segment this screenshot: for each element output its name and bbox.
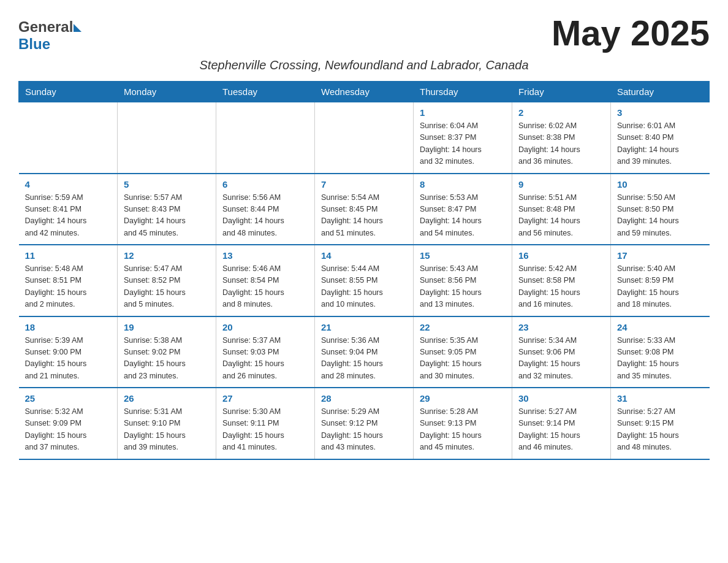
- day-number: 10: [617, 179, 703, 190]
- calendar-week-row: 4Sunrise: 5:59 AM Sunset: 8:41 PM Daylig…: [19, 174, 710, 245]
- calendar-day-cell: 15Sunrise: 5:43 AM Sunset: 8:56 PM Dayli…: [414, 245, 512, 316]
- day-number: 31: [617, 393, 703, 404]
- calendar-subtitle: Stephenville Crossing, Newfoundland and …: [18, 58, 710, 72]
- day-of-week-header: Sunday: [19, 82, 118, 102]
- day-number: 8: [420, 179, 506, 190]
- day-info: Sunrise: 5:39 AM Sunset: 9:00 PM Dayligh…: [25, 335, 112, 383]
- day-info: Sunrise: 5:29 AM Sunset: 9:12 PM Dayligh…: [321, 406, 407, 454]
- day-info: Sunrise: 5:50 AM Sunset: 8:50 PM Dayligh…: [617, 192, 703, 240]
- calendar-week-row: 1Sunrise: 6:04 AM Sunset: 8:37 PM Daylig…: [19, 102, 710, 174]
- day-info: Sunrise: 5:27 AM Sunset: 9:15 PM Dayligh…: [617, 406, 703, 454]
- calendar-day-cell: 7Sunrise: 5:54 AM Sunset: 8:45 PM Daylig…: [315, 174, 414, 245]
- day-number: 5: [124, 179, 210, 190]
- day-number: 1: [420, 107, 506, 118]
- day-of-week-header: Tuesday: [216, 82, 315, 102]
- calendar-week-row: 18Sunrise: 5:39 AM Sunset: 9:00 PM Dayli…: [19, 316, 710, 388]
- day-number: 2: [518, 107, 604, 118]
- logo-triangle-icon: [74, 24, 82, 32]
- day-info: Sunrise: 5:27 AM Sunset: 9:14 PM Dayligh…: [518, 406, 604, 454]
- day-info: Sunrise: 5:44 AM Sunset: 8:55 PM Dayligh…: [321, 263, 407, 311]
- logo-blue-text: Blue: [18, 36, 50, 53]
- calendar-day-cell: 25Sunrise: 5:32 AM Sunset: 9:09 PM Dayli…: [19, 388, 118, 459]
- calendar-day-cell: 6Sunrise: 5:56 AM Sunset: 8:44 PM Daylig…: [216, 174, 315, 245]
- day-info: Sunrise: 6:02 AM Sunset: 8:38 PM Dayligh…: [518, 120, 604, 168]
- day-info: Sunrise: 5:43 AM Sunset: 8:56 PM Dayligh…: [420, 263, 506, 311]
- day-info: Sunrise: 5:35 AM Sunset: 9:05 PM Dayligh…: [420, 335, 506, 383]
- calendar-day-cell: 19Sunrise: 5:38 AM Sunset: 9:02 PM Dayli…: [118, 316, 216, 388]
- day-number: 28: [321, 393, 407, 404]
- day-number: 6: [222, 179, 308, 190]
- calendar-day-cell: 10Sunrise: 5:50 AM Sunset: 8:50 PM Dayli…: [611, 174, 710, 245]
- day-of-week-header: Wednesday: [315, 82, 414, 102]
- calendar-day-cell: 27Sunrise: 5:30 AM Sunset: 9:11 PM Dayli…: [216, 388, 315, 459]
- day-number: 22: [420, 322, 506, 332]
- day-number: 17: [617, 250, 703, 261]
- month-title: May 2025: [552, 12, 710, 53]
- day-number: 7: [321, 179, 407, 190]
- day-info: Sunrise: 5:56 AM Sunset: 8:44 PM Dayligh…: [222, 192, 308, 240]
- calendar-day-cell: 21Sunrise: 5:36 AM Sunset: 9:04 PM Dayli…: [315, 316, 414, 388]
- calendar-week-row: 11Sunrise: 5:48 AM Sunset: 8:51 PM Dayli…: [19, 245, 710, 316]
- day-info: Sunrise: 5:38 AM Sunset: 9:02 PM Dayligh…: [124, 335, 210, 383]
- calendar-table: SundayMondayTuesdayWednesdayThursdayFrid…: [18, 81, 710, 460]
- calendar-day-cell: 4Sunrise: 5:59 AM Sunset: 8:41 PM Daylig…: [19, 174, 118, 245]
- day-number: 19: [124, 322, 210, 332]
- day-info: Sunrise: 5:53 AM Sunset: 8:47 PM Dayligh…: [420, 192, 506, 240]
- calendar-day-cell: 14Sunrise: 5:44 AM Sunset: 8:55 PM Dayli…: [315, 245, 414, 316]
- day-info: Sunrise: 5:36 AM Sunset: 9:04 PM Dayligh…: [321, 335, 407, 383]
- calendar-header-row: SundayMondayTuesdayWednesdayThursdayFrid…: [19, 82, 710, 102]
- calendar-day-cell: 1Sunrise: 6:04 AM Sunset: 8:37 PM Daylig…: [414, 102, 512, 174]
- day-info: Sunrise: 5:51 AM Sunset: 8:48 PM Dayligh…: [518, 192, 604, 240]
- day-number: 14: [321, 250, 407, 261]
- calendar-day-cell: 22Sunrise: 5:35 AM Sunset: 9:05 PM Dayli…: [414, 316, 512, 388]
- day-number: 29: [420, 393, 506, 404]
- calendar-day-cell: 2Sunrise: 6:02 AM Sunset: 8:38 PM Daylig…: [512, 102, 611, 174]
- day-number: 18: [25, 322, 112, 332]
- day-number: 25: [25, 393, 112, 404]
- day-number: 11: [25, 250, 112, 261]
- day-of-week-header: Thursday: [414, 82, 512, 102]
- day-info: Sunrise: 5:57 AM Sunset: 8:43 PM Dayligh…: [124, 192, 210, 240]
- calendar-day-cell: 11Sunrise: 5:48 AM Sunset: 8:51 PM Dayli…: [19, 245, 118, 316]
- calendar-day-cell: 18Sunrise: 5:39 AM Sunset: 9:00 PM Dayli…: [19, 316, 118, 388]
- day-number: 16: [518, 250, 604, 261]
- day-info: Sunrise: 5:33 AM Sunset: 9:08 PM Dayligh…: [617, 335, 703, 383]
- day-info: Sunrise: 5:30 AM Sunset: 9:11 PM Dayligh…: [222, 406, 308, 454]
- day-number: 4: [25, 179, 112, 190]
- calendar-week-row: 25Sunrise: 5:32 AM Sunset: 9:09 PM Dayli…: [19, 388, 710, 459]
- day-of-week-header: Saturday: [611, 82, 710, 102]
- calendar-day-cell: 12Sunrise: 5:47 AM Sunset: 8:52 PM Dayli…: [118, 245, 216, 316]
- day-number: 9: [518, 179, 604, 190]
- day-info: Sunrise: 5:37 AM Sunset: 9:03 PM Dayligh…: [222, 335, 308, 383]
- day-info: Sunrise: 6:01 AM Sunset: 8:40 PM Dayligh…: [617, 120, 703, 168]
- calendar-day-cell: 26Sunrise: 5:31 AM Sunset: 9:10 PM Dayli…: [118, 388, 216, 459]
- day-number: 15: [420, 250, 506, 261]
- day-info: Sunrise: 5:46 AM Sunset: 8:54 PM Dayligh…: [222, 263, 308, 311]
- page-header: General Blue May 2025: [18, 12, 710, 53]
- calendar-day-cell: 3Sunrise: 6:01 AM Sunset: 8:40 PM Daylig…: [611, 102, 710, 174]
- day-number: 20: [222, 322, 308, 332]
- calendar-day-cell: 28Sunrise: 5:29 AM Sunset: 9:12 PM Dayli…: [315, 388, 414, 459]
- day-number: 27: [222, 393, 308, 404]
- day-info: Sunrise: 5:34 AM Sunset: 9:06 PM Dayligh…: [518, 335, 604, 383]
- day-number: 23: [518, 322, 604, 332]
- day-info: Sunrise: 5:31 AM Sunset: 9:10 PM Dayligh…: [124, 406, 210, 454]
- calendar-day-cell: [315, 102, 414, 174]
- calendar-day-cell: 8Sunrise: 5:53 AM Sunset: 8:47 PM Daylig…: [414, 174, 512, 245]
- calendar-day-cell: [19, 102, 118, 174]
- day-info: Sunrise: 5:59 AM Sunset: 8:41 PM Dayligh…: [25, 192, 112, 240]
- day-info: Sunrise: 5:48 AM Sunset: 8:51 PM Dayligh…: [25, 263, 112, 311]
- calendar-day-cell: 31Sunrise: 5:27 AM Sunset: 9:15 PM Dayli…: [611, 388, 710, 459]
- day-number: 21: [321, 322, 407, 332]
- day-of-week-header: Friday: [512, 82, 611, 102]
- calendar-day-cell: [216, 102, 315, 174]
- calendar-day-cell: 13Sunrise: 5:46 AM Sunset: 8:54 PM Dayli…: [216, 245, 315, 316]
- day-info: Sunrise: 5:47 AM Sunset: 8:52 PM Dayligh…: [124, 263, 210, 311]
- calendar-day-cell: 23Sunrise: 5:34 AM Sunset: 9:06 PM Dayli…: [512, 316, 611, 388]
- logo-general-text: General: [18, 18, 73, 36]
- day-info: Sunrise: 5:32 AM Sunset: 9:09 PM Dayligh…: [25, 406, 112, 454]
- calendar-day-cell: 17Sunrise: 5:40 AM Sunset: 8:59 PM Dayli…: [611, 245, 710, 316]
- calendar-day-cell: 5Sunrise: 5:57 AM Sunset: 8:43 PM Daylig…: [118, 174, 216, 245]
- calendar-day-cell: [118, 102, 216, 174]
- day-info: Sunrise: 5:42 AM Sunset: 8:58 PM Dayligh…: [518, 263, 604, 311]
